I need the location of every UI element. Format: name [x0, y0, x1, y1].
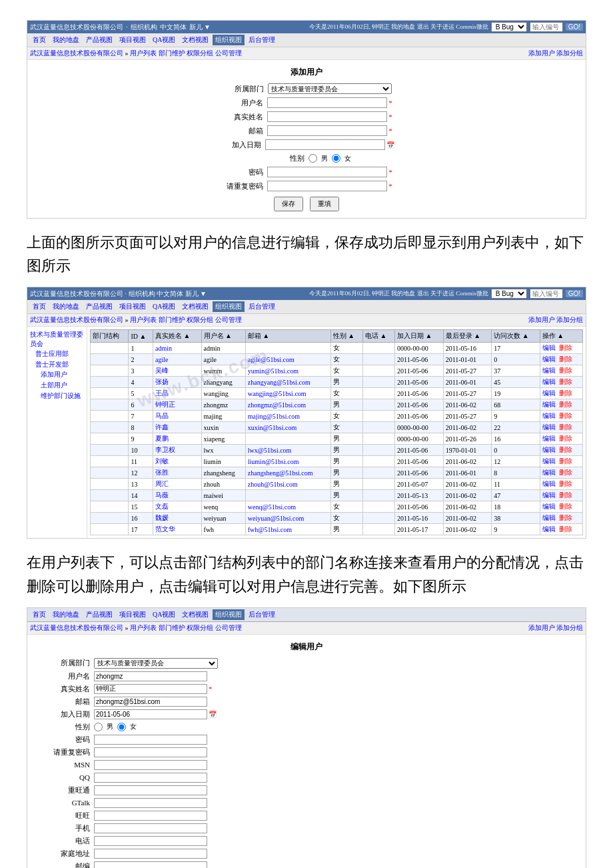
nav-myplace-2[interactable]: 我的地盘: [50, 301, 82, 312]
edit-link[interactable]: 编辑: [542, 525, 556, 533]
nav-admin-2[interactable]: 后台管理: [246, 301, 278, 312]
add-group-link-3[interactable]: 添加分组: [556, 624, 583, 631]
realname-link[interactable]: 许鑫: [155, 423, 169, 431]
email-link[interactable]: majing@51bsi.com: [248, 413, 300, 420]
edit-gender-male-radio[interactable]: [94, 723, 103, 731]
realname-link[interactable]: agile: [155, 356, 168, 363]
nav-admin-3[interactable]: 后台管理: [246, 609, 278, 620]
email-link[interactable]: weiyuan@51bsi.com: [248, 515, 304, 522]
edit-link[interactable]: 编辑: [542, 446, 556, 453]
nav-product-1[interactable]: 产品视图: [83, 35, 115, 45]
delete-link[interactable]: 删除: [559, 378, 572, 385]
edit-dept-select[interactable]: 技术与质量管理委员会: [94, 658, 218, 669]
edit-link[interactable]: 编辑: [542, 389, 556, 397]
go-button-1[interactable]: GO!: [566, 23, 583, 31]
bc-company-1[interactable]: 武汉蓝量信息技术股份有限公司: [30, 49, 123, 57]
edit-username-input[interactable]: [94, 671, 207, 681]
realname-link[interactable]: 文磊: [155, 503, 169, 510]
add-user-link-2[interactable]: 添加用户: [528, 316, 555, 323]
email-link[interactable]: zhongmz@51bsi.com: [248, 401, 306, 409]
realname-link[interactable]: 王晶: [155, 389, 169, 397]
delete-link[interactable]: 删除: [559, 514, 572, 521]
bc-userlist-3[interactable]: 用户列表: [130, 624, 157, 631]
nav-home-2[interactable]: 首页: [30, 301, 49, 312]
edit-mobile-input[interactable]: [94, 823, 207, 833]
delete-link[interactable]: 删除: [559, 401, 572, 408]
edit-phone-input[interactable]: [94, 836, 207, 846]
bc-company2-1[interactable]: 公司管理: [215, 49, 242, 57]
email-link[interactable]: zhouh@51bsi.com: [248, 481, 298, 488]
edit-confirm-password-input[interactable]: [94, 747, 207, 757]
delete-link[interactable]: 删除: [559, 457, 572, 465]
realname-link[interactable]: 钟明正: [155, 401, 175, 408]
link-org-1[interactable]: 组织机构: [131, 23, 157, 32]
email-link[interactable]: yumin@51bsi.com: [248, 367, 299, 375]
joindate-input[interactable]: [265, 139, 385, 150]
edit-link[interactable]: 编辑: [542, 401, 556, 408]
nav-qa-3[interactable]: QA视图: [150, 609, 178, 620]
col-username[interactable]: 用户名 ▲: [201, 330, 245, 343]
delete-link[interactable]: 删除: [559, 525, 572, 533]
edit-link[interactable]: 编辑: [542, 344, 556, 351]
bc-userlist-2[interactable]: 用户列表: [130, 316, 157, 323]
realname-link[interactable]: 马薇: [155, 491, 169, 499]
edit-link[interactable]: 编辑: [542, 378, 556, 385]
edit-link[interactable]: 编辑: [542, 457, 556, 465]
edit-qq-input[interactable]: [94, 773, 207, 783]
delete-link[interactable]: 删除: [559, 469, 572, 476]
delete-link[interactable]: 删除: [559, 480, 572, 487]
email-link[interactable]: fwh@51bsi.com: [248, 526, 292, 533]
add-group-link-2[interactable]: 添加分组: [556, 316, 583, 323]
username-input[interactable]: [267, 97, 387, 108]
delete-link[interactable]: 删除: [559, 367, 572, 374]
nav-doc-2[interactable]: 文档视图: [179, 301, 211, 312]
nav-home-3[interactable]: 首页: [30, 609, 49, 620]
nav-doc-1[interactable]: 文档视图: [179, 35, 211, 45]
realname-link[interactable]: 张扬: [155, 378, 169, 385]
nav-home-1[interactable]: 首页: [30, 35, 49, 45]
bc-userlist-1[interactable]: 用户列表: [130, 49, 157, 57]
dept-select[interactable]: 技术与质量管理委员会: [268, 83, 392, 94]
tree-link-adduser[interactable]: 添加用户: [41, 371, 67, 378]
col-phone[interactable]: 电话 ▲: [362, 330, 394, 343]
tree-link-maintain[interactable]: 维护部门设施: [41, 392, 81, 399]
edit-gender-female-radio[interactable]: [117, 723, 126, 731]
bug-select-2[interactable]: B Bug: [491, 289, 527, 299]
edit-link[interactable]: 编辑: [542, 355, 556, 363]
add-user-link-3[interactable]: 添加用户: [528, 624, 555, 631]
delete-link[interactable]: 删除: [559, 389, 572, 397]
realname-link[interactable]: 魏媛: [155, 514, 169, 521]
delete-link[interactable]: 删除: [559, 503, 572, 510]
nav-org-1[interactable]: 组织视图: [213, 35, 245, 45]
edit-address-input[interactable]: [94, 849, 207, 859]
edit-wangwang-input[interactable]: [94, 811, 207, 821]
edit-email-input[interactable]: [94, 697, 207, 707]
bc-company2-3[interactable]: 公司管理: [215, 624, 242, 631]
add-user-link-1[interactable]: 添加用户: [528, 49, 555, 57]
bugid-input-2[interactable]: [530, 289, 563, 299]
realname-link[interactable]: 夏鹏: [155, 435, 169, 442]
realname-input[interactable]: [267, 111, 387, 122]
edit-link[interactable]: 编辑: [542, 480, 556, 487]
edit-link[interactable]: 编辑: [542, 367, 556, 374]
email-link[interactable]: xuxin@51bsi.com: [248, 424, 297, 431]
nav-qa-2[interactable]: QA视图: [150, 301, 178, 312]
confirm-password-input[interactable]: [267, 181, 387, 191]
edit-link[interactable]: 编辑: [542, 514, 556, 521]
edit-link[interactable]: 编辑: [542, 491, 556, 499]
nav-project-1[interactable]: 项目视图: [117, 35, 149, 45]
realname-link[interactable]: 吴峰: [155, 367, 169, 374]
delete-link[interactable]: 删除: [559, 423, 572, 431]
edit-joindate-input[interactable]: [94, 709, 207, 719]
email-link[interactable]: wangjing@51bsi.com: [248, 390, 306, 397]
nav-myplace-3[interactable]: 我的地盘: [50, 609, 82, 620]
delete-link[interactable]: 删除: [559, 412, 572, 419]
gender-female-radio[interactable]: [332, 154, 340, 163]
edit-link[interactable]: 编辑: [542, 412, 556, 419]
edit-realname-input[interactable]: [94, 684, 207, 694]
edit-password-input[interactable]: [94, 735, 207, 745]
col-realname[interactable]: 真实姓名 ▲: [153, 330, 201, 343]
email-link[interactable]: zhangyang@51bsi.com: [248, 379, 310, 386]
bc-company-2[interactable]: 武汉蓝量信息技术股份有限公司: [30, 316, 123, 323]
edit-link[interactable]: 编辑: [542, 503, 556, 510]
